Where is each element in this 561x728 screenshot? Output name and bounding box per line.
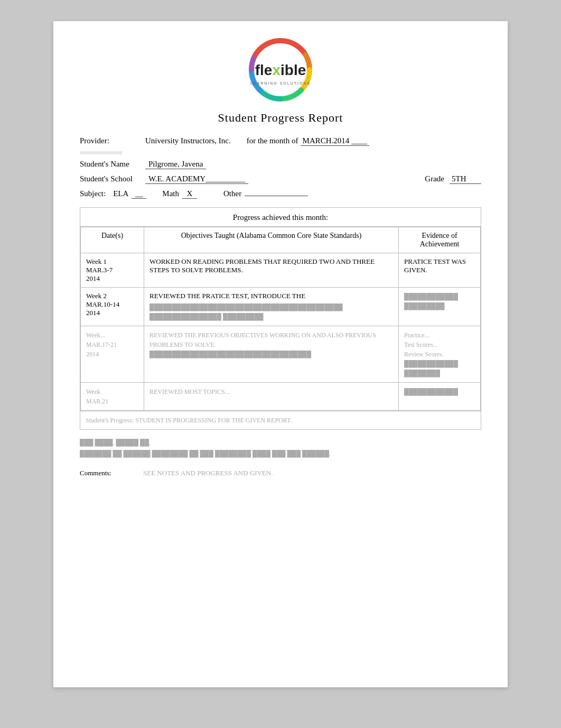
logo-area: flexible LEARNING SOLUTIONS	[80, 37, 481, 106]
student-school-label: Student's School	[80, 174, 143, 183]
progress-table: Date(s) Objectives Taught (Alabama Commo…	[80, 227, 481, 411]
flexible-logo: flexible LEARNING SOLUTIONS	[225, 37, 336, 106]
other-value	[245, 196, 308, 196]
student-school-row: Student's School W.E. ACADEMY__________ …	[80, 174, 481, 184]
row4-objective: REVIEWED MOST TOPICS...	[144, 383, 399, 411]
provider-row: Provider: University Instructors, Inc. f…	[80, 136, 481, 146]
row3-date: Week...MAR.17-212014	[81, 326, 144, 383]
month-value: MARCH.2014 ____	[301, 136, 370, 146]
table-row: Week 1 MAR.3-7 2014 WORKED ON READING PR…	[81, 253, 481, 288]
row1-date: Week 1 MAR.3-7 2014	[81, 253, 144, 288]
table-row: Week...MAR.17-212014 REVIEWED THE PREVIO…	[81, 326, 481, 383]
math-check: X	[182, 189, 197, 199]
grade-value: 5TH	[450, 174, 481, 184]
progress-box: Progress achieved this month: Date(s) Ob…	[80, 207, 481, 430]
month-label: for the month of	[247, 136, 298, 145]
comments-label: Comments:	[80, 469, 143, 477]
subject-label: Subject:	[80, 189, 106, 198]
other-label: Other	[223, 189, 241, 198]
footer-blurred-block1: ███ ████, █████ ██, ███████ ██ ██████ ██…	[80, 437, 481, 459]
provider-label: Provider:	[80, 136, 143, 145]
student-school-value: W.E. ACADEMY__________	[145, 174, 248, 184]
col-objectives-header: Objectives Taught (Alabama Common Core S…	[144, 227, 399, 253]
row2-date: Week 2 MAR.10-14 2014	[81, 288, 144, 326]
row2-objective: REVIEWED THE PRATICE TEST, INTRODUCE THE…	[144, 288, 399, 326]
provider-value: University Instructors, Inc.	[145, 136, 231, 145]
below-table-section: ███ ████, █████ ██, ███████ ██ ██████ ██…	[80, 437, 481, 477]
student-name-value: Pilgrome, Javena	[145, 160, 206, 169]
svg-text:flexible: flexible	[255, 62, 306, 78]
subject-row: Subject: ELA __ Math X Other	[80, 189, 481, 199]
report-title: Student Progress Report	[80, 111, 481, 125]
math-label: Math	[162, 189, 179, 198]
row2-evidence: █████████████████████	[399, 288, 481, 326]
divider-box	[80, 151, 122, 154]
ela-label: ELA	[113, 189, 128, 198]
comments-row: Comments: SEE NOTES AND PROGRESS AND GIV…	[80, 469, 481, 477]
ela-check: __	[132, 189, 146, 199]
col-evidence-header: Evidence of Achievement	[399, 227, 481, 253]
row4-date: WeekMAR.21	[81, 383, 144, 411]
student-name-row: Student's Name Pilgrome, Javena	[80, 160, 481, 169]
table-row: WeekMAR.21 REVIEWED MOST TOPICS... █████…	[81, 383, 481, 411]
report-page: flexible LEARNING SOLUTIONS Student Prog…	[53, 21, 508, 687]
grade-label: Grade	[425, 174, 444, 183]
math-subject: Math X	[162, 189, 197, 199]
other-subject: Other	[223, 189, 308, 198]
svg-text:LEARNING SOLUTIONS: LEARNING SOLUTIONS	[250, 81, 311, 85]
progress-title: Progress achieved this month:	[80, 208, 481, 227]
comments-value: SEE NOTES AND PROGRESS AND GIVEN.	[143, 469, 273, 477]
ela-subject: ELA __	[113, 189, 146, 199]
student-name-label: Student's Name	[80, 160, 143, 169]
table-header-row: Date(s) Objectives Taught (Alabama Commo…	[81, 227, 481, 253]
row3-evidence: Practice...Test Scores...Review Scores.█…	[399, 326, 481, 383]
row4-evidence: ████████████	[399, 383, 481, 411]
grade-area: Grade 5TH	[425, 174, 481, 184]
row1-objective: WORKED ON READING PROBLEMS THAT REQUIRED…	[144, 253, 399, 288]
table-row: Week 2 MAR.10-14 2014 REVIEWED THE PRATI…	[81, 288, 481, 326]
row3-objective: REVIEWED THE PREVIOUS OBJECTIVES WORKING…	[144, 326, 399, 383]
row1-evidence: PRATICE TEST WAS GIVEN.	[399, 253, 481, 288]
col-dates-header: Date(s)	[81, 227, 144, 253]
progress-footer-line: Student's Progress: STUDENT IS PROGRESSI…	[80, 411, 481, 429]
